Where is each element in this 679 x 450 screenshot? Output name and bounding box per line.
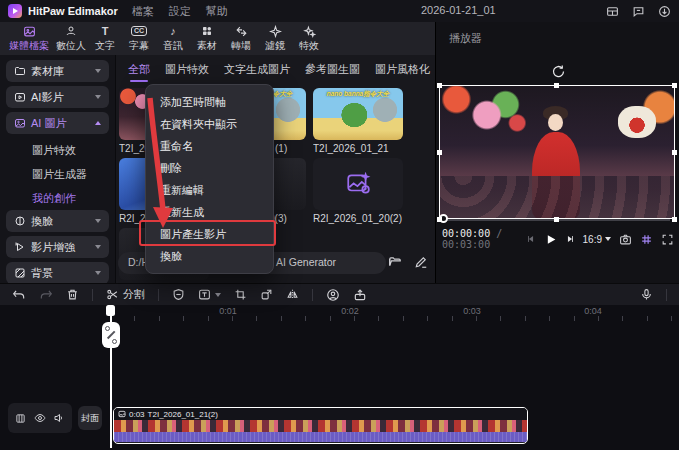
transform-rotate-icon[interactable] xyxy=(260,288,273,301)
app-window: { "colors": { "accent": "#9b6cf0", "anno… xyxy=(0,0,679,450)
selection-handle[interactable] xyxy=(554,217,559,222)
playhead-flag[interactable] xyxy=(102,322,120,348)
lion-dance-figure xyxy=(618,106,656,138)
tab-media-files[interactable]: 媒體檔案 xyxy=(4,25,54,53)
selection-handle[interactable] xyxy=(672,83,677,88)
media-thumbnail-placeholder[interactable] xyxy=(313,158,403,210)
film-track-icon[interactable] xyxy=(15,413,26,424)
sidebar-item-face-swap[interactable]: 換臉 xyxy=(6,210,109,232)
clip-filmstrip xyxy=(114,420,527,432)
playhead-handle[interactable] xyxy=(106,305,115,316)
snapshot-camera-icon[interactable] xyxy=(619,233,632,246)
next-frame-icon[interactable] xyxy=(565,234,575,244)
chevron-up-icon xyxy=(95,121,101,125)
timeline-clip[interactable]: 0:03 T2I_2026_01_21(2) xyxy=(113,407,528,444)
menu-settings[interactable]: 設定 xyxy=(169,4,191,19)
selection-handle[interactable] xyxy=(672,217,677,222)
sidebar-item-background[interactable]: 背景 xyxy=(6,262,109,284)
mask-icon[interactable] xyxy=(172,288,185,301)
menu-help[interactable]: 幫助 xyxy=(206,4,228,19)
menu-item-regenerate[interactable]: 重新生成 xyxy=(146,201,273,223)
play-icon[interactable] xyxy=(544,233,557,246)
sidebar-subitem-my-creations[interactable]: 我的創作 xyxy=(6,186,109,210)
menu-item-rename[interactable]: 重命名 xyxy=(146,135,273,157)
rotate-icon[interactable] xyxy=(551,64,566,79)
menu-item-face-swap[interactable]: 換臉 xyxy=(146,245,273,267)
folder-icon xyxy=(14,65,26,77)
menu-file[interactable]: 檔案 xyxy=(132,4,154,19)
sidebar-subitem-image-generator[interactable]: 圖片生成器 xyxy=(6,162,109,186)
tab-elements[interactable]: 素材 xyxy=(190,25,224,53)
media-tab-all[interactable]: 全部 xyxy=(128,62,150,82)
time-total: 00:03:00 xyxy=(442,239,490,250)
menu-item-image-to-video[interactable]: 圖片產生影片 xyxy=(146,223,273,245)
tab-audio[interactable]: ♪ 音訊 xyxy=(156,25,190,53)
scissors-icon xyxy=(106,288,119,301)
tab-effects[interactable]: 特效 xyxy=(292,25,326,53)
selection-handle[interactable] xyxy=(672,150,677,155)
download-icon[interactable] xyxy=(658,5,671,18)
menu-item-re-edit[interactable]: 重新編輯 xyxy=(146,179,273,201)
chevron-down-icon xyxy=(95,69,101,73)
undo-icon[interactable] xyxy=(12,288,26,302)
sidebar: 素材庫 AI影片 AI 圖片 圖片特效 圖片生成器 我的創作 換臉 影片增強 背… xyxy=(0,55,115,283)
feedback-icon[interactable] xyxy=(632,5,645,18)
ai-image-icon xyxy=(14,117,26,129)
microphone-icon[interactable] xyxy=(640,288,653,301)
media-tab-image-effects[interactable]: 圖片特效 xyxy=(165,62,209,82)
crop-icon[interactable] xyxy=(234,288,247,301)
import-to-timeline-icon[interactable] xyxy=(353,288,367,302)
menu-item-show-in-folder[interactable]: 在資料夾中顯示 xyxy=(146,113,273,135)
sidebar-subitem-image-effects[interactable]: 圖片特效 xyxy=(6,138,109,162)
media-tab-ref-to-image[interactable]: 參考圖生圖 xyxy=(305,62,360,82)
redo-icon[interactable] xyxy=(39,288,53,302)
selection-handle[interactable] xyxy=(554,83,559,88)
menu-item-delete[interactable]: 刪除 xyxy=(146,157,273,179)
cover-button[interactable]: 封面 xyxy=(78,406,102,430)
ruler-tick-label: 0:03 xyxy=(463,306,481,316)
tab-transitions[interactable]: 轉場 xyxy=(224,25,258,53)
menu-item-add-to-timeline[interactable]: 添加至時間軸 xyxy=(146,91,273,113)
timeline: 0:01 0:02 0:03 0:04 封面 0:03 T2I_2026_01_… xyxy=(0,305,679,450)
sidebar-item-library[interactable]: 素材庫 xyxy=(6,60,109,82)
aspect-ratio-dropdown[interactable]: 16:9 xyxy=(583,234,611,245)
media-thumbnail-nano-2[interactable]: nano banna指令大全 xyxy=(313,88,403,140)
sidebar-item-video-enhance[interactable]: 影片增強 xyxy=(6,236,109,258)
text-tool-icon[interactable] xyxy=(198,288,221,301)
visibility-eye-icon[interactable] xyxy=(34,412,46,424)
timeline-ruler[interactable] xyxy=(110,316,679,321)
media-tab-image-stylize[interactable]: 圖片風格化 xyxy=(375,62,430,82)
digital-human-icon xyxy=(65,25,77,38)
edit-pencil-icon[interactable] xyxy=(414,255,428,269)
toolbar-divider xyxy=(158,289,159,301)
transitions-icon xyxy=(235,25,248,38)
selection-handle[interactable] xyxy=(437,150,442,155)
delete-icon[interactable] xyxy=(66,288,79,301)
mute-speaker-icon[interactable] xyxy=(53,412,65,424)
face-tool-icon[interactable] xyxy=(326,288,340,302)
tab-text[interactable]: T 文字 xyxy=(88,25,122,53)
effects-icon xyxy=(303,25,316,38)
thumbnail-banner-text: nano banna指令大全 xyxy=(313,90,403,99)
sidebar-item-ai-video[interactable]: AI影片 xyxy=(6,86,109,108)
time-current: 00:00:00 xyxy=(442,228,490,239)
flip-icon[interactable] xyxy=(286,288,299,301)
media-tab-text-to-image[interactable]: 文字生成圖片 xyxy=(224,62,290,82)
previous-frame-icon[interactable] xyxy=(526,234,536,244)
selection-handle[interactable] xyxy=(437,83,442,88)
fullscreen-icon[interactable] xyxy=(661,233,674,246)
preview-image[interactable] xyxy=(439,85,675,219)
grid-overlay-icon[interactable] xyxy=(640,233,653,246)
sidebar-item-ai-image[interactable]: AI 圖片 xyxy=(6,112,109,134)
tab-subtitles[interactable]: CC 字幕 xyxy=(122,25,156,53)
selection-handle[interactable] xyxy=(437,217,442,222)
layout-icon[interactable] xyxy=(606,5,619,18)
tab-filters[interactable]: 濾鏡 xyxy=(258,25,292,53)
open-folder-icon[interactable] xyxy=(388,255,402,269)
split-button[interactable]: 分割 xyxy=(106,287,145,302)
clip-name: T2I_2026_01_21(2) xyxy=(148,410,218,419)
audio-icon: ♪ xyxy=(170,25,176,38)
tab-digital-human[interactable]: 數位人 xyxy=(54,25,88,53)
player-controls: 00:00:00 / 00:03:00 16:9 xyxy=(436,228,679,250)
text-icon: T xyxy=(102,25,109,38)
